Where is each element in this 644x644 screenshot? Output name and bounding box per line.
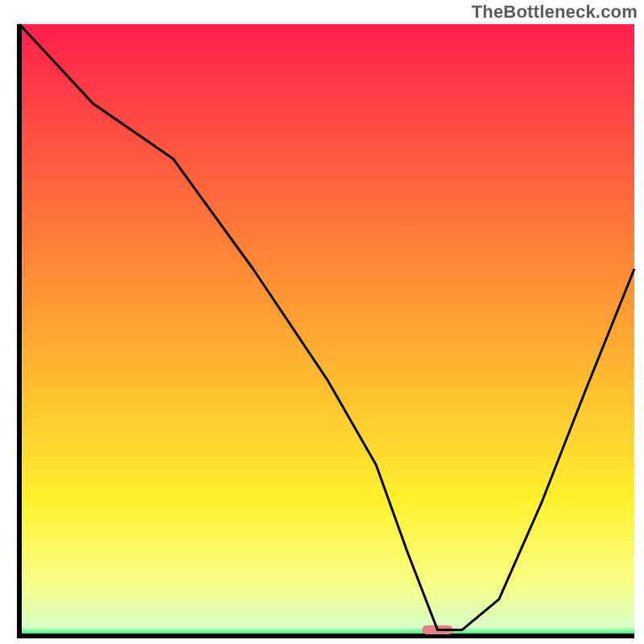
watermark-text: TheBottleneck.com xyxy=(472,2,638,23)
bottleneck-chart xyxy=(0,0,644,644)
